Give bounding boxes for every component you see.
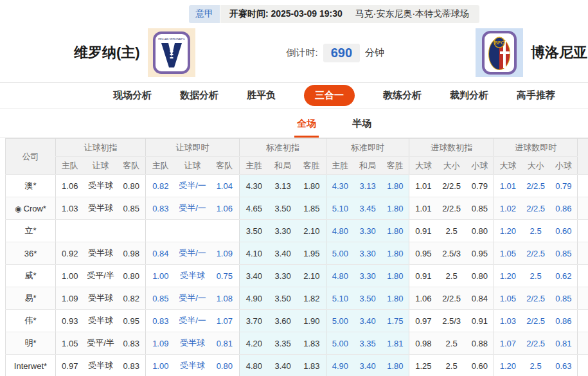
odds-cell[interactable]: 0.62 [550, 265, 578, 287]
odds-cell[interactable] [175, 220, 210, 242]
odds-cell[interactable]: 5.00 [326, 242, 354, 265]
tab-three-in-one[interactable]: 三合一 [304, 85, 355, 106]
odds-cell[interactable]: 3.45 [354, 197, 382, 220]
odds-cell[interactable]: 受半/一 [175, 197, 210, 220]
odds-cell[interactable]: 3.50 [354, 287, 382, 310]
tab-referee-analysis[interactable]: 裁判分析 [450, 89, 488, 102]
odds-cell[interactable]: 1.00 [146, 265, 175, 287]
company-cell[interactable]: 伟* [6, 310, 56, 332]
odds-cell[interactable]: 4.80 [326, 220, 354, 242]
company-cell[interactable]: 澳* [6, 175, 56, 197]
odds-cell[interactable]: 1.09 [210, 242, 240, 265]
tab-win-draw-lose[interactable]: 胜平负 [247, 89, 276, 102]
odds-cell[interactable]: 2/2.5 [522, 310, 550, 332]
tab-live-analysis[interactable]: 现场分析 [113, 89, 152, 102]
odds-cell[interactable]: 2.5 [522, 265, 550, 287]
odds-cell[interactable]: 受半球 [175, 332, 210, 355]
odds-cell[interactable]: 0.85 [146, 287, 175, 310]
odds-cell[interactable]: 0.81 [550, 332, 578, 355]
odds-cell[interactable]: 5.00 [326, 332, 354, 355]
odds-cell[interactable]: 1.80 [382, 355, 409, 376]
company-cell[interactable]: ◉Crow* [6, 197, 56, 220]
odds-cell[interactable]: 0.80 [210, 355, 240, 376]
odds-cell[interactable]: 2/2.5 [522, 197, 550, 220]
odds-cell[interactable]: 1.75 [382, 310, 409, 332]
odds-cell[interactable]: 0.84 [146, 242, 175, 265]
company-cell[interactable]: 明* [6, 332, 56, 355]
odds-cell[interactable]: 4.90 [326, 355, 354, 376]
odds-cell[interactable] [146, 220, 175, 242]
subtab-half-match[interactable]: 半场 [350, 118, 374, 138]
odds-cell[interactable]: 1.80 [382, 287, 409, 310]
odds-cell[interactable]: 受半球 [175, 355, 210, 376]
odds-cell[interactable]: 1.07 [494, 332, 522, 355]
odds-cell[interactable]: 0.83 [146, 310, 175, 332]
odds-cell[interactable]: 1.80 [382, 265, 409, 287]
odds-cell[interactable]: 2/2.5 [522, 332, 550, 355]
tab-data-analysis[interactable]: 数据分析 [180, 89, 218, 102]
odds-cell[interactable]: 1.03 [494, 310, 522, 332]
odds-cell[interactable]: 1.20 [494, 355, 522, 376]
odds-cell[interactable]: 2/2.5 [522, 242, 550, 265]
odds-cell[interactable]: 0.85 [550, 242, 578, 265]
odds-cell[interactable]: 3.30 [354, 265, 382, 287]
odds-cell[interactable]: 2/2.5 [522, 287, 550, 310]
odds-cell[interactable]: 受半/一 [175, 310, 210, 332]
odds-cell[interactable]: 0.75 [210, 265, 240, 287]
odds-cell: 3.40 [269, 355, 298, 376]
company-cell[interactable]: Interwet* [6, 355, 56, 376]
odds-cell[interactable]: 1.07 [210, 310, 240, 332]
odds-cell[interactable]: 1.20 [494, 220, 522, 242]
odds-cell[interactable]: 3.30 [354, 220, 382, 242]
odds-cell[interactable]: 5.00 [326, 310, 354, 332]
odds-cell[interactable]: 1.80 [382, 197, 409, 220]
tab-coach-analysis[interactable]: 教练分析 [383, 89, 422, 102]
odds-cell[interactable]: 3.13 [354, 175, 382, 197]
odds-cell[interactable]: 受半/一 [175, 175, 210, 197]
odds-cell[interactable]: 0.86 [550, 197, 578, 220]
company-cell[interactable]: 威* [6, 265, 56, 287]
odds-cell[interactable]: 1.80 [382, 242, 409, 265]
odds-cell[interactable]: 0.81 [210, 332, 240, 355]
odds-cell[interactable]: 1.04 [210, 175, 240, 197]
odds-cell[interactable]: 1.06 [210, 197, 240, 220]
odds-cell[interactable]: 1.05 [494, 287, 522, 310]
subtab-full-match[interactable]: 全场 [294, 118, 319, 138]
odds-cell[interactable]: 1.05 [494, 242, 522, 265]
odds-cell[interactable]: 3.30 [354, 242, 382, 265]
odds-cell[interactable]: 0.82 [146, 175, 175, 197]
odds-cell[interactable]: 受半球 [175, 265, 210, 287]
odds-cell[interactable]: 3.40 [354, 310, 382, 332]
odds-cell[interactable]: 1.00 [146, 355, 175, 376]
odds-cell[interactable]: 2/2.5 [522, 175, 550, 197]
odds-cell[interactable]: 1.80 [382, 175, 409, 197]
odds-cell[interactable]: 0.85 [550, 287, 578, 310]
tab-expert-picks[interactable]: 高手推荐 [517, 89, 555, 102]
odds-cell[interactable]: 5.10 [326, 287, 354, 310]
odds-cell[interactable]: 1.80 [382, 220, 409, 242]
odds-cell[interactable]: 1.81 [382, 332, 409, 355]
odds-cell[interactable]: 4.80 [326, 265, 354, 287]
company-cell[interactable]: 易* [6, 287, 56, 310]
odds-cell[interactable]: 0.83 [146, 197, 175, 220]
odds-cell[interactable] [210, 220, 240, 242]
odds-cell[interactable]: 1.02 [494, 197, 522, 220]
odds-cell[interactable]: 0.79 [550, 175, 578, 197]
odds-cell[interactable]: 受半/一 [175, 242, 210, 265]
company-cell[interactable]: 立* [6, 220, 56, 242]
odds-cell[interactable]: 4.30 [326, 175, 354, 197]
odds-cell[interactable]: 5.10 [326, 197, 354, 220]
odds-cell[interactable]: 3.40 [354, 355, 382, 376]
odds-cell[interactable]: 1.01 [494, 175, 522, 197]
company-cell[interactable]: 36* [6, 242, 56, 265]
odds-cell[interactable]: 0.63 [550, 355, 578, 376]
odds-cell[interactable]: 1.20 [494, 265, 522, 287]
odds-cell[interactable]: 0.60 [550, 220, 578, 242]
odds-cell[interactable]: 1.08 [210, 287, 240, 310]
odds-cell[interactable]: 2.5 [522, 220, 550, 242]
odds-cell[interactable]: 1.09 [146, 332, 175, 355]
odds-cell[interactable]: 0.86 [550, 310, 578, 332]
odds-cell[interactable]: 3.35 [354, 332, 382, 355]
odds-cell[interactable]: 受半/一 [175, 287, 210, 310]
odds-cell[interactable]: 2.5 [522, 355, 550, 376]
